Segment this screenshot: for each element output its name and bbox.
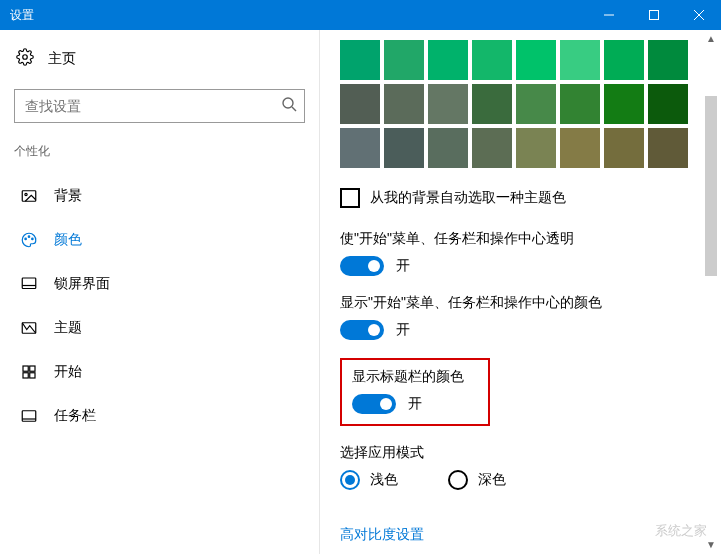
- color-swatch[interactable]: [384, 40, 424, 80]
- color-swatch[interactable]: [428, 128, 468, 168]
- transparency-label: 使"开始"菜单、任务栏和操作中心透明: [340, 230, 701, 248]
- window-title: 设置: [10, 7, 586, 24]
- palette-icon: [20, 231, 38, 249]
- app-mode-dark-radio[interactable]: 深色: [448, 470, 506, 490]
- sidebar-item-label: 任务栏: [54, 407, 96, 425]
- scrollbar: ▲ ▼: [703, 30, 719, 552]
- minimize-button[interactable]: [586, 0, 631, 30]
- color-swatch[interactable]: [472, 128, 512, 168]
- color-swatch[interactable]: [472, 84, 512, 124]
- svg-rect-17: [23, 373, 28, 378]
- sidebar-item-background[interactable]: 背景: [14, 174, 305, 218]
- color-swatch[interactable]: [516, 84, 556, 124]
- home-label: 主页: [48, 50, 76, 68]
- sidebar-item-themes[interactable]: 主题: [14, 306, 305, 350]
- color-swatch[interactable]: [340, 84, 380, 124]
- radio-icon: [448, 470, 468, 490]
- color-swatch[interactable]: [516, 40, 556, 80]
- svg-rect-19: [22, 411, 36, 422]
- accent-color-grid: [340, 40, 701, 168]
- color-swatch[interactable]: [428, 84, 468, 124]
- svg-rect-18: [30, 373, 35, 378]
- color-swatch[interactable]: [560, 40, 600, 80]
- color-swatch[interactable]: [384, 128, 424, 168]
- sidebar-item-start[interactable]: 开始: [14, 350, 305, 394]
- start-icon: [20, 363, 38, 381]
- toggle-state: 开: [408, 395, 422, 413]
- sidebar-item-taskbar[interactable]: 任务栏: [14, 394, 305, 438]
- scroll-thumb[interactable]: [705, 96, 717, 276]
- radio-icon: [340, 470, 360, 490]
- sidebar-item-label: 开始: [54, 363, 82, 381]
- svg-rect-16: [30, 366, 35, 371]
- show-color-taskbar-setting: 显示"开始"菜单、任务栏和操作中心的颜色 开: [340, 294, 701, 340]
- scroll-down-arrow[interactable]: ▼: [703, 536, 719, 552]
- color-swatch[interactable]: [560, 128, 600, 168]
- radio-label: 浅色: [370, 471, 398, 489]
- titlebar: 设置: [0, 0, 721, 30]
- color-swatch[interactable]: [648, 40, 688, 80]
- sidebar-item-label: 主题: [54, 319, 82, 337]
- auto-pick-row: 从我的背景自动选取一种主题色: [340, 188, 701, 208]
- svg-point-10: [28, 236, 30, 238]
- color-swatch[interactable]: [384, 84, 424, 124]
- svg-point-4: [23, 55, 28, 60]
- color-swatch[interactable]: [604, 84, 644, 124]
- section-label: 个性化: [14, 143, 305, 160]
- sidebar-item-label: 背景: [54, 187, 82, 205]
- gear-icon: [16, 48, 34, 69]
- show-titlebar-color-highlight: 显示标题栏的颜色 开: [340, 358, 490, 426]
- show-color-taskbar-label: 显示"开始"菜单、任务栏和操作中心的颜色: [340, 294, 701, 312]
- color-swatch[interactable]: [516, 128, 556, 168]
- color-swatch[interactable]: [604, 40, 644, 80]
- transparency-toggle[interactable]: [340, 256, 384, 276]
- toggle-state: 开: [396, 257, 410, 275]
- close-button[interactable]: [676, 0, 721, 30]
- sidebar-item-label: 颜色: [54, 231, 82, 249]
- app-mode-light-radio[interactable]: 浅色: [340, 470, 398, 490]
- sidebar: 主页 个性化 背景 颜色 锁屏界面 主题 开始: [0, 30, 320, 554]
- home-row[interactable]: 主页: [14, 48, 305, 69]
- radio-label: 深色: [478, 471, 506, 489]
- sidebar-item-lockscreen[interactable]: 锁屏界面: [14, 262, 305, 306]
- scroll-track[interactable]: [703, 46, 719, 536]
- svg-point-9: [25, 238, 27, 240]
- auto-pick-checkbox[interactable]: [340, 188, 360, 208]
- main-panel: 从我的背景自动选取一种主题色 使"开始"菜单、任务栏和操作中心透明 开 显示"开…: [320, 30, 721, 554]
- color-swatch[interactable]: [648, 84, 688, 124]
- scroll-up-arrow[interactable]: ▲: [703, 30, 719, 46]
- svg-rect-12: [22, 278, 36, 289]
- color-swatch[interactable]: [428, 40, 468, 80]
- color-swatch[interactable]: [340, 128, 380, 168]
- color-swatch[interactable]: [604, 128, 644, 168]
- taskbar-icon: [20, 407, 38, 425]
- svg-rect-7: [22, 191, 36, 202]
- search-input[interactable]: [14, 89, 305, 123]
- sidebar-item-label: 锁屏界面: [54, 275, 110, 293]
- svg-line-6: [292, 107, 296, 111]
- sidebar-item-colors[interactable]: 颜色: [14, 218, 305, 262]
- show-titlebar-color-label: 显示标题栏的颜色: [352, 368, 478, 386]
- app-mode-setting: 选择应用模式 浅色 深色: [340, 444, 701, 490]
- svg-point-11: [32, 238, 34, 240]
- svg-point-8: [25, 193, 27, 195]
- high-contrast-link[interactable]: 高对比度设置: [340, 526, 424, 544]
- show-color-taskbar-toggle[interactable]: [340, 320, 384, 340]
- color-swatch[interactable]: [560, 84, 600, 124]
- lockscreen-icon: [20, 275, 38, 293]
- svg-rect-1: [649, 11, 658, 20]
- svg-rect-15: [23, 366, 28, 371]
- app-mode-label: 选择应用模式: [340, 444, 701, 462]
- picture-icon: [20, 187, 38, 205]
- search-wrap: [14, 89, 305, 123]
- maximize-button[interactable]: [631, 0, 676, 30]
- color-swatch[interactable]: [340, 40, 380, 80]
- auto-pick-label: 从我的背景自动选取一种主题色: [370, 189, 566, 207]
- show-titlebar-color-toggle[interactable]: [352, 394, 396, 414]
- color-swatch[interactable]: [472, 40, 512, 80]
- transparency-setting: 使"开始"菜单、任务栏和操作中心透明 开: [340, 230, 701, 276]
- themes-icon: [20, 319, 38, 337]
- color-swatch[interactable]: [648, 128, 688, 168]
- content: 主页 个性化 背景 颜色 锁屏界面 主题 开始: [0, 30, 721, 554]
- svg-point-5: [283, 98, 293, 108]
